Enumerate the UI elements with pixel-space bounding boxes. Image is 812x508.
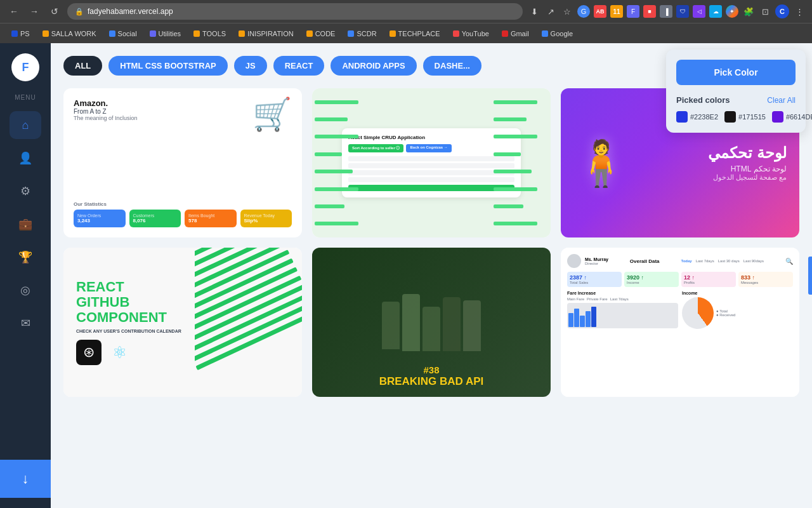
- bar-2: [574, 309, 579, 327]
- project-card-amazon[interactable]: Amazon. From A to Z The meaning of Inclu…: [63, 88, 302, 237]
- rg-line3: COMPONENT: [76, 310, 181, 325]
- bookmark-icon[interactable]: ☆: [561, 5, 573, 18]
- crud-card-content: React Simple CRUD Application Sort Accor…: [312, 88, 551, 237]
- sidebar-logo[interactable]: F: [11, 53, 39, 81]
- sidebar: F MENU ⌂ 👤 ⚙ 💼 🏆 ◎ ✉ ↓: [0, 43, 51, 508]
- sidebar-item-achievements[interactable]: 🏆: [10, 243, 41, 271]
- dashboard-header: Ms. Murray Director Overall Data Today L…: [567, 254, 793, 268]
- stat-label: Revenue Today: [244, 213, 289, 218]
- stat-income: 3920 ↑ Income: [624, 272, 679, 287]
- google-account-icon[interactable]: G: [577, 5, 590, 18]
- dashboard-user-info: Ms. Murray Director: [585, 257, 608, 265]
- rg-line2: GITHUB: [76, 295, 181, 310]
- amazon-title2: From A to Z: [74, 108, 138, 115]
- bookmark-ps[interactable]: PS: [6, 29, 35, 39]
- dashboard-search-icon[interactable]: 🔍: [785, 258, 793, 265]
- bookmark-scdr[interactable]: SCDR: [343, 29, 381, 39]
- bookmark-dot: [11, 30, 18, 37]
- profile-icon[interactable]: C: [775, 4, 789, 18]
- project-grid: Amazon. From A to Z The meaning of Inclu…: [63, 88, 799, 397]
- bar-chart: [567, 303, 678, 328]
- dashboard-header-left: Ms. Murray Director: [567, 254, 608, 268]
- bookmark-gmail[interactable]: Gmail: [497, 29, 534, 39]
- filter-android[interactable]: ANDROID APPS: [331, 56, 416, 76]
- download-icon[interactable]: ⬇: [528, 5, 540, 18]
- crud-input-4: [348, 177, 514, 182]
- crud-input-2: [348, 163, 514, 168]
- bookmark-salla[interactable]: SALLA WORK: [37, 29, 102, 39]
- extensions-icon[interactable]: 🧩: [742, 5, 755, 18]
- bookmark-techplace[interactable]: TECHPLACE: [384, 29, 445, 39]
- donut-chart: [682, 297, 714, 329]
- project-card-crud[interactable]: React Simple CRUD Application Sort Accor…: [312, 88, 551, 237]
- amazon-titles: Amazon. From A to Z The meaning of Inclu…: [74, 98, 138, 121]
- share-icon[interactable]: ↗: [544, 5, 557, 18]
- fare-tab-lastdays[interactable]: Last 7days: [610, 297, 629, 301]
- bookmark-google[interactable]: Google: [537, 29, 578, 39]
- stat-label: Income: [627, 281, 676, 284]
- ext-icon-1: 11: [610, 5, 623, 18]
- project-card-react-github[interactable]: REACT GITHUB COMPONENT CHECK ANY USER'S …: [63, 248, 302, 397]
- color-chip-blue: #2238E2: [676, 111, 718, 123]
- bookmark-dot: [502, 30, 508, 37]
- bookmark-label: Social: [118, 30, 137, 37]
- bookmark-social[interactable]: Social: [104, 29, 142, 39]
- menu-icon[interactable]: ⋮: [793, 5, 806, 18]
- filter-dashe[interactable]: DASHE...: [423, 56, 481, 76]
- dashboard-avatar: [567, 254, 581, 268]
- project-card-dashboard[interactable]: Ms. Murray Director Overall Data Today L…: [561, 248, 799, 397]
- reload-button[interactable]: ↺: [47, 4, 62, 19]
- crud-input-3: [348, 170, 514, 175]
- sidebar-item-work[interactable]: 💼: [10, 210, 41, 238]
- arabic-main-text: لوحة تحكمي: [708, 144, 787, 162]
- forward-button[interactable]: →: [27, 4, 42, 19]
- stat-label: New Orders: [77, 213, 122, 218]
- bookmark-label: CODE: [315, 30, 336, 37]
- tab-7days[interactable]: Last 7days: [696, 259, 714, 263]
- bookmark-code[interactable]: CODE: [301, 29, 341, 39]
- filter-all[interactable]: ALL: [63, 56, 102, 76]
- filter-react[interactable]: REACT: [273, 56, 325, 76]
- clear-all-button[interactable]: Clear All: [767, 96, 796, 105]
- sidebar-item-home[interactable]: ⌂: [10, 111, 41, 139]
- url-bar[interactable]: 🔒 fadyehabamer.vercel.app: [67, 3, 523, 20]
- sidebar-item-analytics[interactable]: ◎: [10, 276, 41, 304]
- dashboard-card-content: Ms. Murray Director Overall Data Today L…: [561, 248, 799, 397]
- secure-icon: 🔒: [75, 8, 84, 16]
- stat-value: 578: [188, 218, 233, 224]
- stat-items: Items Bought 578: [185, 210, 237, 227]
- dashboard-user-role: Director: [585, 262, 608, 265]
- crud-left-decoration: [312, 88, 372, 237]
- fare-tab-private[interactable]: Private Fare: [587, 297, 608, 301]
- amazon-card-content: Amazon. From A to Z The meaning of Inclu…: [63, 88, 302, 237]
- amazon-title3: The meaning of Inclusion: [74, 115, 138, 121]
- github-icon: ⊛: [76, 340, 102, 365]
- back-button[interactable]: ←: [6, 4, 22, 19]
- rg-icon-row: ⊛ ⚛: [76, 340, 132, 365]
- tab-90days[interactable]: Last 90days: [743, 259, 764, 263]
- dashboard-user-name: Ms. Murray: [585, 257, 608, 262]
- download-icon: ↓: [22, 471, 29, 487]
- sidebar-item-settings[interactable]: ⚙: [10, 177, 41, 205]
- project-card-breaking-bad[interactable]: #38 BREAKING BAD API: [312, 248, 551, 397]
- pick-color-button[interactable]: Pick Color: [676, 60, 796, 85]
- bookmark-inispiration[interactable]: INISPIRATION: [233, 29, 299, 39]
- bookmark-utilities[interactable]: Utilities: [145, 29, 186, 39]
- stat-label: Profits: [684, 281, 733, 284]
- tab-30days[interactable]: Last 30 days: [718, 259, 740, 263]
- filter-html[interactable]: HTML CSS BOOTSTRAP: [108, 56, 227, 76]
- bb-person-5: [463, 300, 481, 351]
- bb-api-title: BREAKING BAD API: [379, 375, 484, 388]
- tab-today[interactable]: Today: [681, 259, 691, 263]
- bookmark-label: Utilities: [159, 30, 181, 37]
- ext-icon-2: F: [627, 5, 639, 18]
- sidebar-item-profile[interactable]: 👤: [10, 144, 41, 172]
- sidebar-item-messages[interactable]: ✉: [10, 309, 41, 337]
- filter-js[interactable]: JS: [234, 56, 267, 76]
- fare-tab-main[interactable]: Main Fare: [567, 297, 584, 301]
- bookmark-tools[interactable]: TOOLS: [188, 29, 231, 39]
- download-button[interactable]: ↓: [0, 460, 51, 498]
- bookmark-youtube[interactable]: YouTube: [448, 29, 494, 39]
- split-view-icon[interactable]: ⊡: [759, 5, 771, 18]
- color-swatch-purple: [772, 111, 783, 123]
